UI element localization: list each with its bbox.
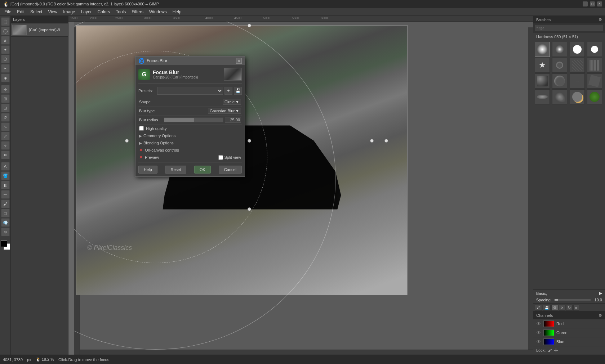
focus-handle-left[interactable] (125, 139, 129, 143)
shape-dropdown[interactable]: Circle ▼ (223, 99, 241, 105)
spacing-slider[interactable] (555, 299, 591, 301)
brush-item-11[interactable]: ··· (570, 73, 585, 89)
channel-eye-red[interactable]: 👁 (536, 321, 541, 326)
tool-ellipse[interactable]: ◯ (1, 27, 10, 35)
brush-item-8[interactable] (587, 58, 602, 73)
brush-item-1[interactable] (535, 42, 550, 57)
tool-bucket-fill[interactable]: 🪣 (1, 171, 10, 180)
menu-help[interactable]: Help (170, 9, 184, 15)
tool-foreground-select[interactable]: ◈ (1, 73, 10, 82)
channel-row-red[interactable]: 👁 Red (533, 319, 605, 328)
tool-scale[interactable]: ⤡ (1, 122, 10, 131)
tool-eraser[interactable]: ◻ (1, 209, 10, 217)
geometry-options-row[interactable]: ▶ Geometry Options (138, 132, 242, 139)
channel-row-green[interactable]: 👁 Green (533, 328, 605, 337)
tool-clone[interactable]: ⊕ (1, 228, 10, 236)
menu-windows[interactable]: Windows (146, 9, 170, 15)
menu-tools[interactable]: Tools (113, 9, 129, 15)
ok-button[interactable]: OK (194, 166, 211, 174)
tool-align[interactable]: ⊞ (1, 94, 10, 103)
foreground-color-box[interactable] (1, 241, 7, 247)
blur-type-value[interactable]: Gaussian Blur ▼ (208, 108, 241, 114)
window-controls[interactable]: – □ × (583, 1, 602, 6)
brush-item-6[interactable] (552, 58, 567, 73)
tool-free-select[interactable]: ⌀ (1, 36, 10, 45)
presets-dropdown[interactable] (157, 87, 223, 95)
brush-item-3[interactable] (570, 42, 585, 57)
focus-handle-center[interactable] (248, 139, 251, 143)
focus-handle-bottom[interactable] (248, 207, 251, 211)
tool-pencil[interactable]: ✏ (1, 190, 10, 199)
tool-perspective[interactable]: ⟡ (1, 141, 10, 150)
blur-radius-input[interactable]: 25.00 (225, 117, 241, 123)
channel-row-blue[interactable]: 👁 Blue (533, 337, 605, 346)
minimize-button[interactable]: – (583, 1, 588, 6)
layer-thumbnail[interactable]: [Car] (imported)-9 (11, 23, 68, 37)
tool-rotate[interactable]: ↺ (1, 113, 10, 122)
brush-item-2[interactable] (552, 42, 567, 57)
brush-item-4[interactable] (587, 42, 602, 57)
tool-rectangle[interactable]: ⬚ (1, 17, 10, 26)
brush-delete-button[interactable]: ✕ (559, 305, 565, 311)
blur-type-dropdown[interactable]: Gaussian Blur ▼ (208, 108, 241, 114)
focus-handle-top[interactable] (248, 24, 251, 27)
tool-text[interactable]: A (1, 162, 10, 171)
menu-filters[interactable]: Filters (129, 9, 146, 15)
focus-handle-far-right[interactable] (384, 139, 388, 143)
h-scrollbar[interactable] (80, 350, 533, 355)
channels-options-icon[interactable]: ⚙ (599, 313, 602, 318)
tool-scissors[interactable]: ✂ (1, 64, 10, 73)
channel-eye-blue[interactable]: 👁 (536, 339, 541, 344)
brush-item-10[interactable] (552, 73, 567, 89)
brush-item-12[interactable] (587, 73, 602, 89)
brush-item-15[interactable] (570, 89, 585, 104)
lock-paint-icon[interactable]: 🖌 (548, 348, 552, 352)
menu-layer[interactable]: Layer (78, 9, 95, 15)
brush-item-7[interactable] (570, 58, 585, 73)
dialog-close-button[interactable]: × (236, 58, 242, 64)
high-quality-checkbox[interactable] (139, 126, 144, 131)
brush-more-button[interactable]: ≡ (573, 305, 579, 311)
tool-blend[interactable]: ◧ (1, 181, 10, 189)
tool-select-by-color[interactable]: ⬡ (1, 55, 10, 63)
tool-airbrush[interactable]: 💨 (1, 218, 10, 227)
tool-shear[interactable]: ⤢ (1, 132, 10, 140)
brush-item-9[interactable] (535, 73, 550, 89)
preset-add-button[interactable]: + (224, 87, 232, 95)
blending-options-row[interactable]: ▶ Blending Options (138, 139, 242, 147)
tool-crop[interactable]: ⊡ (1, 104, 10, 112)
tool-fuzzy-select[interactable]: ✦ (1, 45, 10, 54)
close-button[interactable]: × (597, 1, 602, 6)
brushes-options-icon[interactable]: ⚙ (599, 17, 602, 22)
v-scrollbar[interactable] (528, 27, 533, 350)
tool-move[interactable]: ✛ (1, 85, 10, 94)
menu-image[interactable]: Image (60, 9, 78, 15)
split-view-checkbox[interactable] (218, 155, 223, 160)
tool-paintbrush[interactable]: 🖌 (1, 199, 10, 208)
brushes-filter-input[interactable] (535, 25, 604, 31)
blur-radius-slider[interactable] (164, 117, 223, 122)
menu-view[interactable]: View (45, 9, 60, 15)
reset-button[interactable]: Reset (165, 166, 186, 174)
brush-paint-button[interactable]: 🖌 (535, 305, 542, 311)
brush-item-16[interactable] (587, 89, 602, 104)
cancel-button[interactable]: Cancel (219, 166, 242, 174)
lock-move-icon[interactable]: ✛ (554, 347, 558, 353)
help-button[interactable]: Help (138, 166, 157, 174)
brush-save-button[interactable]: 💾 (543, 305, 551, 311)
brush-item-14[interactable] (552, 89, 567, 104)
canvas-area[interactable]: 1500 2000 2500 3000 3500 4000 4500 5000 … (68, 16, 533, 355)
focus-handle-middle-right[interactable] (370, 139, 374, 143)
maximize-button[interactable]: □ (590, 1, 595, 6)
brush-refresh-button[interactable]: ↻ (566, 305, 573, 311)
menu-select[interactable]: Select (27, 9, 45, 15)
dialog-titlebar[interactable]: 🌀 Focus Blur × (135, 57, 245, 65)
shape-value[interactable]: Circle ▼ (223, 99, 241, 105)
preset-save-button[interactable]: 💾 (234, 87, 242, 95)
menu-edit[interactable]: Edit (14, 9, 27, 15)
menu-file[interactable]: File (1, 9, 14, 15)
color-selector[interactable] (1, 241, 12, 251)
brush-item-5[interactable]: ★ (535, 58, 550, 73)
tool-flip[interactable]: ⇔ (1, 150, 10, 159)
channel-eye-green[interactable]: 👁 (536, 330, 541, 335)
